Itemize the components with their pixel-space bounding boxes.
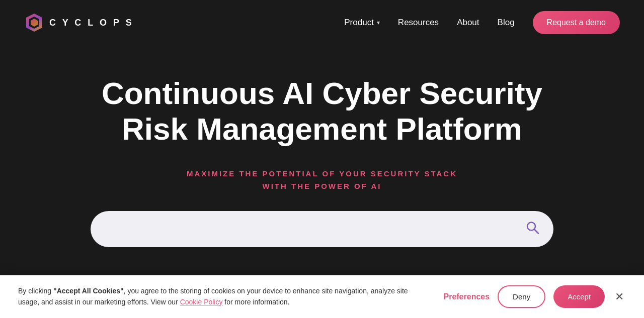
nav-resources[interactable]: Resources — [398, 18, 439, 28]
nav-links: Product ▾ Resources About Blog Request a… — [344, 11, 620, 34]
nav-about[interactable]: About — [457, 18, 479, 28]
search-icon[interactable] — [525, 220, 539, 238]
accept-button[interactable]: Accept — [553, 285, 605, 308]
hero-section: Continuous AI Cyber Security Risk Manage… — [0, 45, 644, 247]
logo-text: C Y C L O P S — [49, 18, 134, 28]
cookie-policy-link[interactable]: Cookie Policy — [180, 298, 223, 306]
close-icon: ✕ — [615, 290, 624, 303]
cookie-actions: Preferences Deny Accept ✕ — [443, 285, 626, 308]
request-demo-button[interactable]: Request a demo — [533, 11, 620, 34]
cookie-banner: By clicking "Accept All Cookies", you ag… — [0, 275, 644, 318]
cookie-text: By clicking "Accept All Cookies", you ag… — [18, 286, 427, 307]
search-container — [91, 211, 553, 247]
nav-blog[interactable]: Blog — [498, 18, 515, 28]
close-cookie-banner-button[interactable]: ✕ — [613, 289, 626, 304]
svg-point-1 — [527, 222, 535, 230]
logo[interactable]: C Y C L O P S — [24, 13, 134, 33]
chevron-down-icon: ▾ — [377, 19, 380, 26]
search-input[interactable] — [91, 211, 553, 247]
cyclops-logo-icon — [24, 13, 44, 33]
hero-title: Continuous AI Cyber Security Risk Manage… — [96, 75, 548, 147]
preferences-button[interactable]: Preferences — [443, 292, 490, 301]
svg-line-2 — [535, 230, 539, 234]
deny-button[interactable]: Deny — [498, 285, 545, 308]
hero-subtitle: MAXIMIZE THE POTENTIAL OF YOUR SECURITY … — [187, 167, 457, 193]
navbar: C Y C L O P S Product ▾ Resources About … — [0, 0, 644, 45]
nav-product[interactable]: Product ▾ — [344, 18, 380, 28]
